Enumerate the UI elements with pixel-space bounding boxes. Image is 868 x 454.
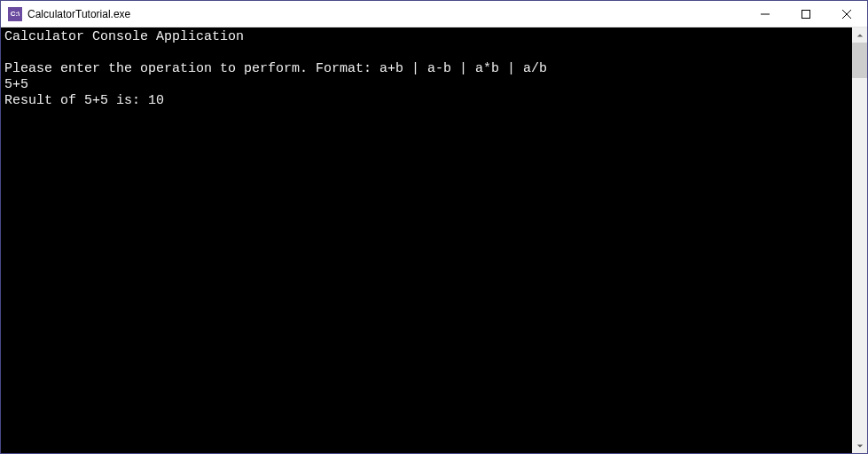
minimize-button[interactable] (745, 1, 786, 27)
svg-rect-1 (802, 10, 810, 18)
maximize-icon (802, 10, 810, 19)
window-title: CalculatorTutorial.exe (27, 8, 745, 20)
chevron-down-icon (856, 442, 864, 450)
close-icon (842, 10, 851, 19)
chevron-up-icon (856, 32, 864, 39)
console-wrap: Calculator Console Application Please en… (1, 27, 867, 453)
vertical-scrollbar[interactable] (852, 27, 867, 453)
scrollbar-down-button[interactable] (852, 438, 867, 453)
maximize-button[interactable] (786, 1, 826, 27)
app-icon-text: C:\ (11, 11, 20, 18)
scrollbar-up-button[interactable] (852, 27, 867, 43)
scrollbar-track[interactable] (852, 43, 867, 438)
console-output[interactable]: Calculator Console Application Please en… (1, 27, 852, 453)
app-icon: C:\ (8, 7, 22, 21)
minimize-icon (761, 10, 770, 19)
window-titlebar: C:\ CalculatorTutorial.exe (1, 1, 867, 27)
close-button[interactable] (826, 1, 867, 27)
window-controls (745, 1, 867, 27)
scrollbar-thumb[interactable] (852, 43, 867, 78)
